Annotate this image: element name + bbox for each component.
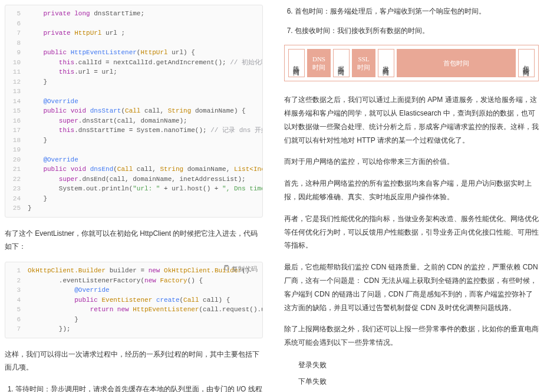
code-block-1: 5 private long dnsStartTime;67 private H…: [5, 5, 263, 218]
paragraph: 除了上报网络数据之外，我们还可以上报一些异常事件的数据，比如你的垂直电商系统可能…: [284, 322, 539, 350]
diagram-cell: 包接收时间: [518, 49, 535, 78]
left-column: 5 private long dnsStartTime;67 private H…: [0, 0, 274, 392]
paragraph: 最后，它也能帮助我们监控 CDN 链路质量。之前的 CDN 的监控，严重依赖 C…: [284, 261, 539, 314]
code-line: 6 }: [8, 315, 256, 325]
code-line: 13: [8, 87, 256, 97]
code-line: 14 @Override: [8, 97, 256, 107]
copy-icon: [223, 265, 230, 275]
code-line: 7 });: [8, 324, 256, 334]
diagram-cell: 发送时间: [378, 49, 394, 78]
code-line: 17 this.dnsStartTime = System.nanoTime()…: [8, 126, 256, 136]
code-line: 18 }: [8, 136, 256, 146]
list-item: 登录失败: [298, 358, 539, 372]
paragraph: 首先，这种用户网络监控的所有监控数据均来自客户端，是用户访问数据实时上报，因此能…: [284, 177, 539, 204]
code-line: 3 @Override: [8, 285, 256, 295]
code-line: 21 public void dnsEnd(Call call, String …: [8, 164, 256, 174]
diagram-cell: DNS时间: [307, 49, 331, 78]
error-events-list: 登录失败下单失败浏览商品信息失败: [284, 358, 539, 392]
code-line: 11 this.url = url;: [8, 67, 256, 77]
code-line: 16 super.dnsStart(call, domainName);: [8, 116, 256, 126]
right-column: 首包时间：服务端处理后，客户端收到第一个响应包的时间。包接收时间：我们接收到所有…: [274, 0, 547, 392]
code-line: 5 private long dnsStartTime;: [8, 9, 256, 19]
diagram-cell: SSL时间: [352, 49, 375, 78]
svg-rect-0: [225, 266, 229, 270]
code-line: 7 private HttpUrl url ;: [8, 28, 256, 38]
paragraph-after-code2: 这样，我们可以得出一次请求过程中，经历的一系列过程的时间，其中主要包括下面几项。: [5, 348, 263, 375]
code-line: 12 }: [8, 77, 256, 87]
timing-diagram: 等待时间DNS时间握手时间SSL时间发送时间首包时间包接收时间: [284, 45, 539, 82]
code-line: 22 super.dnsEnd(call, domainName, inetAd…: [8, 174, 256, 185]
code-line: 1OkHttpClient.Builder builder = new OkHt…: [8, 266, 256, 276]
code-line: 25}: [8, 203, 256, 213]
paragraph: 有了这些数据之后，我们可以通过上面提到的 APM 通道服务，发送给服务端，这样服…: [284, 93, 539, 147]
list-item: 首包时间：服务端处理后，客户端收到第一个响应包的时间。: [295, 5, 539, 18]
code-line: 5 return new HttpEventListener(call.requ…: [8, 305, 256, 315]
paragraph: 再者，它是我们性能优化的指向标，当做业务架构改造、服务性能优化、网络优化等任何优…: [284, 212, 539, 252]
code-line: 23 System.out.println("url: " + url.host…: [8, 184, 256, 194]
paragraph: 而对于用户网络的监控，可以给你带来三方面的价值。: [284, 155, 539, 169]
timing-list-left: 等待时间：异步调用时，请求会首先缓存在本地的队列里面，由专门的 I/O 线程负责…: [5, 383, 263, 392]
timing-list-right-top: 首包时间：服务端处理后，客户端收到第一个响应包的时间。包接收时间：我们接收到所有…: [284, 5, 539, 38]
list-item: 包接收时间：我们接收到所有数据的时间。: [295, 24, 539, 38]
copy-code-button[interactable]: 复制代码: [223, 265, 258, 275]
code-line: 19: [8, 145, 256, 155]
code-line: 2 .eventListenerFactory(new Factory() {: [8, 276, 256, 286]
list-item: 下单失败: [298, 374, 539, 388]
paragraph-between-codes: 有了这个 EventListner，你就可以在初始化 HttpClient 的时…: [5, 227, 263, 254]
code-line: 9 public HttpEventListener(HttpUrl url) …: [8, 48, 256, 58]
list-item: 等待时间：异步调用时，请求会首先缓存在本地的队列里面，由专门的 I/O 线程负责…: [15, 383, 263, 392]
code-block-2: 复制代码 1OkHttpClient.Builder builder = new…: [5, 262, 263, 338]
code-line: 10 this.callId = nextCallId.getAndIncrem…: [8, 58, 256, 68]
diagram-cell: 首包时间: [397, 49, 516, 78]
diagram-cell: 握手时间: [333, 49, 350, 78]
code-line: 15 public void dnsStart(Call call, Strin…: [8, 106, 256, 116]
code-line: 24 }: [8, 194, 256, 204]
diagram-cell: 等待时间: [288, 49, 305, 78]
code-line: 6: [8, 19, 256, 29]
code-line: 20 @Override: [8, 155, 256, 165]
code-line: 4 public EventListener create(Call call)…: [8, 295, 256, 305]
copy-code-label: 复制代码: [232, 265, 258, 275]
code-line: 8: [8, 38, 256, 48]
